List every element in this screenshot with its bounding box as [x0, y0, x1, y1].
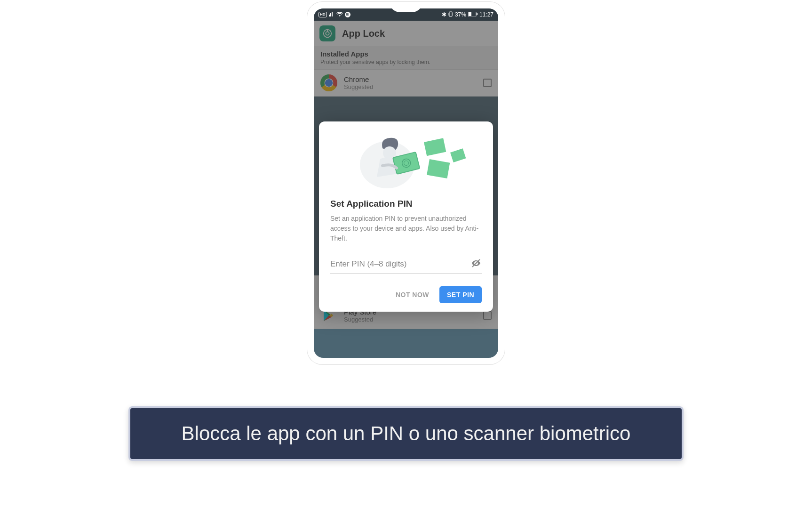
svg-rect-4 [469, 12, 471, 16]
svg-rect-15 [424, 138, 446, 156]
phone-screen: HD B ✱ 37% 11:27 [314, 8, 498, 358]
set-pin-dialog: Set Application PIN Set an application P… [319, 121, 493, 312]
svg-rect-16 [427, 159, 450, 178]
b-badge: B [345, 12, 350, 17]
status-right: ✱ 37% 11:27 [442, 11, 494, 18]
set-pin-button[interactable]: SET PIN [439, 286, 482, 303]
bluetooth-icon: ✱ [442, 11, 446, 18]
phone-notch [390, 2, 422, 12]
status-left: HD B [318, 11, 350, 18]
svg-rect-0 [449, 12, 452, 16]
signal-icon [329, 11, 334, 18]
wifi-icon [336, 11, 343, 18]
hd-badge: HD [318, 12, 327, 17]
visibility-off-icon[interactable] [470, 258, 482, 271]
pin-input[interactable] [330, 259, 470, 269]
status-time: 11:27 [479, 11, 494, 18]
svg-rect-17 [450, 148, 466, 162]
not-now-button[interactable]: NOT NOW [393, 286, 432, 303]
phone-frame: HD B ✱ 37% 11:27 [307, 2, 505, 364]
battery-percent: 37% [455, 11, 466, 18]
svg-rect-5 [477, 13, 478, 15]
vibrate-icon [448, 11, 453, 18]
dialog-title: Set Application PIN [330, 199, 482, 209]
dialog-actions: NOT NOW SET PIN [330, 286, 482, 303]
caption-banner: Blocca le app con un PIN o uno scanner b… [128, 406, 684, 461]
pin-input-row [330, 258, 482, 274]
battery-icon [468, 11, 478, 18]
dialog-illustration [330, 132, 482, 193]
dialog-body: Set an application PIN to prevent unauth… [330, 214, 482, 243]
